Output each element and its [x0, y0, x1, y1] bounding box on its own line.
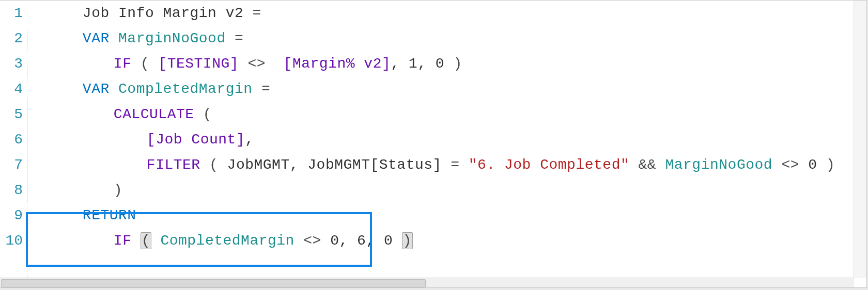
number-literal: 1 — [409, 56, 417, 72]
var-ref: CompletedMargin — [160, 233, 295, 249]
close-paren: ) — [817, 157, 835, 173]
if-func: IF — [114, 56, 132, 72]
comma: , — [290, 157, 308, 173]
code-content[interactable]: IF ( CompletedMargin <> 0, 6, 0 ) — [27, 203, 413, 279]
line-number: 5 — [0, 102, 27, 127]
code-content[interactable]: FILTER ( JobMGMT, JobMGMT[Status] = "6. … — [27, 127, 835, 203]
line-number: 2 — [0, 26, 27, 51]
line-number: 4 — [0, 76, 27, 102]
close-paren-matched: ) — [402, 232, 413, 249]
filter-func: FILTER — [147, 157, 200, 173]
open-paren-matched: ( — [141, 232, 151, 249]
code-line[interactable]: 7 FILTER ( JobMGMT, JobMGMT[Status] = "6… — [0, 152, 866, 178]
code-line[interactable]: 10 IF ( CompletedMargin <> 0, 6, 0 ) — [0, 228, 866, 253]
space — [131, 233, 140, 249]
string-literal: "6. Job Completed" — [469, 157, 629, 173]
comma: , — [417, 56, 436, 72]
space — [393, 233, 401, 249]
table-ref: JobMGMT — [227, 157, 290, 173]
line-number: 3 — [0, 51, 27, 76]
line-number: 7 — [0, 152, 27, 178]
comma: , — [339, 233, 357, 249]
column-ref: [TESTING] — [158, 56, 239, 72]
line-number: 8 — [0, 178, 27, 203]
close-paren: ) — [444, 56, 462, 72]
horizontal-scrollbar[interactable] — [0, 278, 854, 287]
code-line[interactable]: 3 IF ( [TESTING] <> [Margin% v2], 1, 0 ) — [0, 51, 866, 76]
number-literal: 6 — [357, 233, 366, 249]
neq-op: <> — [772, 157, 808, 173]
line-number: 1 — [0, 1, 27, 26]
and-op: && — [629, 157, 665, 173]
equals-op: = — [442, 157, 469, 173]
number-literal: 0 — [808, 157, 817, 173]
neq-op: <> — [239, 56, 274, 72]
neq-op: <> — [295, 233, 330, 249]
number-literal: 0 — [436, 56, 444, 72]
var-ref: MarginNoGood — [665, 157, 772, 173]
equals-op: = — [253, 5, 261, 21]
dax-editor[interactable]: 1 Job Info Margin v2 = 2 VAR MarginNoGoo… — [0, 0, 867, 288]
line-number: 6 — [0, 127, 27, 152]
column-ref: [Margin% v2] — [274, 56, 391, 72]
line-number: 9 — [0, 203, 27, 228]
number-literal: 0 — [384, 233, 393, 249]
line-number: 10 — [0, 228, 27, 253]
if-func: IF — [114, 233, 132, 249]
comma: , — [391, 56, 409, 72]
column-ref: JobMGMT[Status] — [307, 157, 442, 173]
scrollbar-thumb[interactable] — [1, 279, 426, 287]
space — [151, 233, 160, 249]
comma: , — [366, 233, 384, 249]
close-paren: ) — [114, 182, 122, 198]
vertical-scrollbar[interactable] — [854, 1, 866, 278]
open-paren: ( — [200, 157, 227, 173]
open-paren: ( — [131, 56, 158, 72]
number-literal: 0 — [330, 233, 339, 249]
